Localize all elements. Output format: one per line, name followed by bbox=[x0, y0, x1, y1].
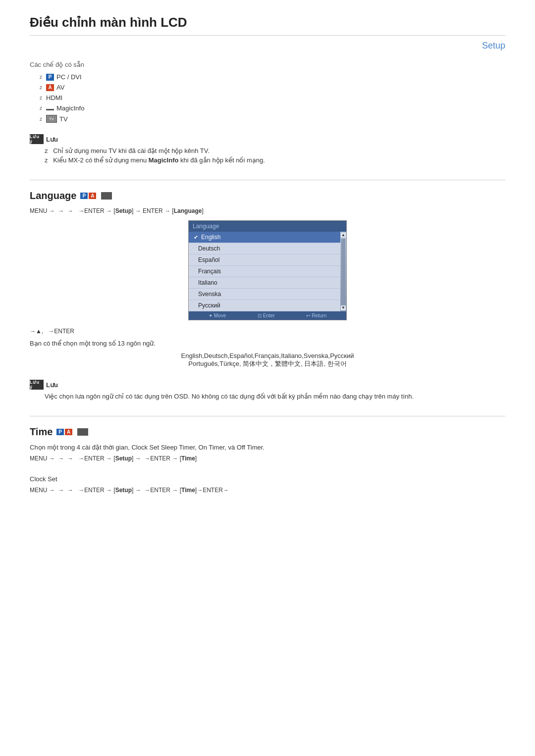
note-item-1: z Chỉ sử dụng menu TV khi đã cài đặt một… bbox=[45, 147, 505, 154]
enter-icon: ⊡ bbox=[258, 313, 262, 318]
bullet-icon: z bbox=[40, 74, 42, 80]
clock-set-label: Clock Set bbox=[30, 475, 505, 483]
language-italiano: Italiano bbox=[198, 279, 217, 286]
dropdown-item-francais[interactable]: Français bbox=[189, 266, 340, 277]
time-section-header: Time P A bbox=[30, 426, 505, 438]
screen-icon bbox=[101, 192, 112, 200]
footer-move-label: Move bbox=[214, 313, 226, 318]
language-title: Language bbox=[30, 190, 76, 202]
note-block-2: Lưu ý Lưu Việc chọn lưa ngôn ngữ chỉ có … bbox=[30, 376, 505, 406]
bullet-icon: z bbox=[40, 95, 42, 101]
note-label-2: Lưu bbox=[46, 381, 58, 389]
check-empty bbox=[194, 302, 195, 308]
check-empty bbox=[194, 291, 195, 297]
section-label: Setup bbox=[30, 41, 505, 51]
footer-return-label: Return bbox=[312, 313, 326, 318]
language-espanol: Español bbox=[198, 256, 219, 263]
mode-label-magicinfo: MagicInfo bbox=[56, 104, 84, 112]
badge-a-time: A bbox=[65, 429, 72, 435]
language-english: English bbox=[201, 234, 220, 241]
note-label: Lưu bbox=[46, 136, 58, 143]
badge-p-time: P bbox=[56, 429, 64, 435]
language-svenska: Svenska bbox=[198, 291, 221, 298]
list-item: z P PC / DVI bbox=[40, 73, 505, 81]
dropdown-item-italiano[interactable]: Italiano bbox=[189, 277, 340, 289]
footer-return: ↩ Return bbox=[306, 313, 326, 318]
dropdown-footer: ✦ Move ⊡ Enter ↩ Return bbox=[189, 311, 346, 320]
bullet-icon: z bbox=[40, 116, 42, 122]
list-item: z MagicInfo bbox=[40, 104, 505, 112]
dropdown-item-russian[interactable]: Русский bbox=[189, 300, 340, 311]
divider bbox=[30, 180, 505, 180]
badge-p: P bbox=[80, 193, 88, 199]
scroll-down[interactable]: ▼ bbox=[341, 305, 346, 310]
move-icon: ✦ bbox=[209, 313, 213, 318]
note-icon-2: Lưu ý bbox=[30, 380, 44, 390]
bullet-icon: z bbox=[40, 105, 42, 111]
p-icon: P bbox=[46, 74, 54, 81]
language-dropdown-container: Language ✔ English Deutsch Español Fran bbox=[30, 220, 505, 320]
language-section-header: Language P A bbox=[30, 190, 505, 202]
check-empty bbox=[194, 280, 195, 286]
scrollbar[interactable]: ▲ ▼ bbox=[340, 232, 346, 311]
check-empty bbox=[194, 257, 195, 263]
badge-pa-time: P A bbox=[56, 429, 72, 435]
dropdown-items: ✔ English Deutsch Español Français bbox=[189, 232, 340, 311]
return-icon: ↩ bbox=[306, 313, 310, 318]
dropdown-item-espanol[interactable]: Español bbox=[189, 254, 340, 266]
clock-set-menu-path: MENU → → → →ENTER → [Setup] → →ENTER → [… bbox=[30, 487, 505, 494]
note-item-lang: Việc chọn lưa ngôn ngữ chỉ có tác dụng t… bbox=[45, 393, 505, 400]
time-description: Chọn một trong 4 cài đặt thời gian, Cloc… bbox=[30, 444, 505, 451]
list-item: z HDMI bbox=[40, 94, 505, 101]
language-dropdown[interactable]: Language ✔ English Deutsch Español Fran bbox=[188, 220, 347, 320]
scroll-up[interactable]: ▲ bbox=[341, 233, 346, 238]
scroll-thumb bbox=[341, 239, 345, 304]
language-deutsch: Deutsch bbox=[198, 245, 220, 252]
note-header: Lưu ý Lưu bbox=[30, 134, 505, 144]
language-description: Bạn có thể chọn một trong số 13 ngôn ngữ… bbox=[30, 340, 505, 347]
list-item: z A AV bbox=[40, 84, 505, 91]
language-francais: Français bbox=[198, 268, 221, 275]
time-title: Time bbox=[30, 426, 53, 438]
divider-2 bbox=[30, 416, 505, 416]
language-russian: Русский bbox=[198, 302, 220, 309]
dash-icon bbox=[46, 109, 54, 110]
available-modes-heading: Các chế độ có sẵn bbox=[30, 61, 505, 68]
check-empty bbox=[194, 268, 195, 274]
languages-list: English,Deutsch,Español,Français,Italian… bbox=[30, 352, 505, 368]
nav-hint: →▲, →ENTER bbox=[30, 328, 505, 335]
mode-label-pc: PC / DVI bbox=[56, 73, 82, 81]
check-empty bbox=[194, 246, 195, 252]
footer-enter-label: Enter bbox=[263, 313, 275, 318]
dropdown-item-deutsch[interactable]: Deutsch bbox=[189, 243, 340, 254]
note-header-2: Lưu ý Lưu bbox=[30, 380, 505, 390]
a-icon: A bbox=[46, 84, 54, 91]
footer-enter: ⊡ Enter bbox=[258, 313, 275, 318]
mode-label-hdmi: HDMI bbox=[46, 94, 62, 101]
page-title: Điều chỉnh màn hình LCD bbox=[30, 15, 505, 36]
note-icon: Lưu ý bbox=[30, 134, 44, 144]
badge-pa: P A bbox=[80, 193, 96, 199]
time-menu-path: MENU → → → →ENTER → [Setup] → →ENTER → [… bbox=[30, 455, 505, 462]
modes-list: z P PC / DVI z A AV z HDMI z MagicInfo z… bbox=[30, 73, 505, 123]
bullet-icon: z bbox=[40, 85, 42, 90]
tv-icon: TV bbox=[46, 115, 57, 123]
language-menu-path: MENU → → → →ENTER → [Setup] → ENTER → [L… bbox=[30, 207, 505, 214]
note-block-1: Lưu ý Lưu z Chỉ sử dụng menu TV khi đã c… bbox=[30, 130, 505, 170]
badge-a: A bbox=[89, 193, 96, 199]
note-text-2: Việc chọn lưa ngôn ngữ chỉ có tác dụng t… bbox=[45, 393, 414, 400]
mode-label-tv: TV bbox=[59, 115, 68, 123]
list-item: z TV TV bbox=[40, 115, 505, 123]
check-icon: ✔ bbox=[194, 234, 198, 241]
dropdown-item-english[interactable]: ✔ English bbox=[189, 232, 340, 243]
screen-icon-time bbox=[77, 428, 88, 436]
dropdown-title: Language bbox=[189, 221, 346, 232]
footer-move: ✦ Move bbox=[209, 313, 226, 318]
dropdown-item-svenska[interactable]: Svenska bbox=[189, 289, 340, 300]
mode-label-av: AV bbox=[56, 84, 64, 91]
note-item-2: z Kiểu MX-2 có thể sử dụng menu MagicInf… bbox=[45, 156, 505, 164]
